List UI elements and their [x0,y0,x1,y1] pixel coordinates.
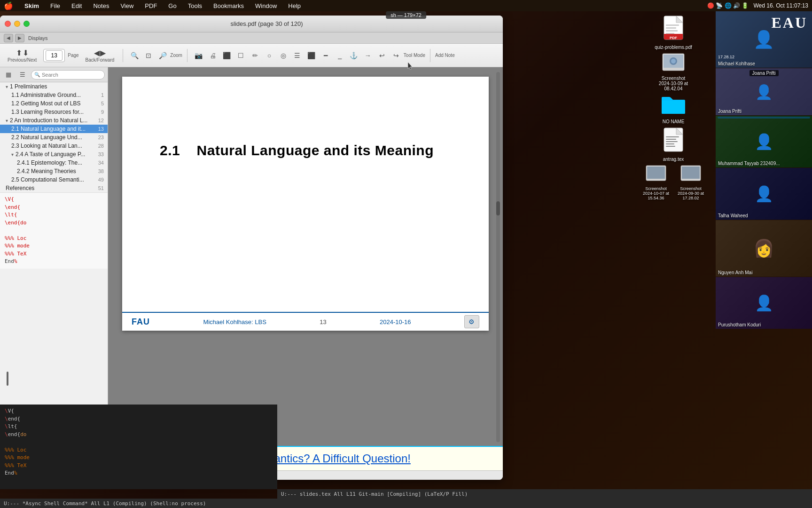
menu-help[interactable]: Help [286,2,303,9]
pen-button[interactable]: ✏ [249,49,262,62]
toc-item-13[interactable]: 1.3 Learning Resources for... 9 [0,108,108,116]
search-input[interactable] [31,70,105,79]
emacs-editor[interactable]: \V{ \end{ \lt{ \end{do %%% Loc %%% mode … [0,405,277,489]
underline-button[interactable]: ⎯ [333,49,346,62]
emacs-line-4: \end{do [5,431,273,439]
svg-rect-20 [666,146,675,147]
zoom-in-button[interactable]: 🔎 [156,49,169,62]
menu-window[interactable]: Window [253,2,279,9]
footer-page: 13 [320,318,326,325]
toolbar-sep3 [430,49,430,62]
emacs-line-5 [5,438,273,446]
undo-button[interactable]: ↩ [375,49,389,62]
magnify-button[interactable]: ◎ [277,49,290,62]
code-line-2: \end{ [5,204,103,212]
menu-go[interactable]: Go [166,2,178,9]
menu-file[interactable]: File [48,2,62,9]
prev-next-button[interactable]: ⬆ ⬇ Previous/Next [4,47,40,64]
desktop-icon-antrag[interactable]: antrag.tex [655,127,692,162]
minimize-button[interactable] [14,21,20,27]
link-button[interactable]: ⬛ [305,49,318,62]
menu-view[interactable]: View [118,2,135,9]
toc-page-21: 13 [98,126,104,132]
svg-rect-22 [647,167,665,179]
toc-item-ref[interactable]: References 51 [0,184,108,192]
page-input[interactable] [46,50,62,61]
toc-page-12: 5 [101,101,104,106]
desktop-icon-noname[interactable]: NO NAME [655,94,692,124]
snapshot-button[interactable]: 📷 [192,49,205,62]
zoom-out-button[interactable]: 🔍 [128,49,141,62]
quiz-pdf-label: quiz-problems.pdf [655,45,692,50]
app-name[interactable]: Skim [23,2,41,9]
page-label: Page [68,53,78,58]
menu-notes[interactable]: Notes [91,2,111,9]
toolbar-sep2 [187,49,187,62]
back-forward-button[interactable]: ◀ ▶ Back/Forward [82,47,118,64]
menubar-right: 🔴 📡 🌐 🔊 🔋 Wed 16. Oct 11:07:13 [707,2,808,9]
menu-edit[interactable]: Edit [70,2,84,9]
svg-rect-17 [666,139,676,140]
toc-item-23[interactable]: 2.3 Looking at Natural Lan... 28 [0,142,108,150]
quiz-pdf-icon: PDF [663,15,684,44]
emacs-line-9: End% [5,469,273,477]
toc-page-241: 34 [98,160,104,166]
zoom-fit-button[interactable]: ⊡ [142,49,155,62]
svg-rect-18 [666,141,678,142]
svg-rect-26 [682,179,700,181]
toc-item-11[interactable]: 1.1 Administrative Ground... 1 [0,91,108,99]
desktop-icon-screenshot3[interactable]: Screenshot2024-09-30 at 17.28.02 [674,165,707,200]
video-label-joana: Joana Prifti [718,109,742,114]
code-area: \V{ \end{ \lt{ \end{do %%% Loc %%% mode … [0,192,108,269]
sidebar-toolbar: ▦ ☰ 🔍 [0,67,108,82]
tool-mode-group: 📷 🖨 ⬛ ☐ ✏ ○ ◎ ☰ ⬛ ━ ⎯ ⚓ → ↩ ↪ Tool Mode [192,49,425,62]
toolbar-sep1 [123,49,123,62]
toc-item-12[interactable]: 1.2 Getting Most out of LBS 5 [0,99,108,108]
tab-forward[interactable]: ▶ [15,34,24,42]
pdf-scrollbar-thumb[interactable] [496,201,500,215]
toc-item-22[interactable]: 2.2 Natural Language Und... 23 [0,133,108,142]
toc-item-2[interactable]: ▾ 2 An Introduction to Natural L... 12 [0,116,108,125]
menu-tools[interactable]: Tools [186,2,204,9]
screenshot3-icon [680,165,701,185]
redo-button[interactable]: ↪ [390,49,403,62]
video-purushotham: 👤 Purushotham Koduri [716,277,812,329]
tab-back[interactable]: ◀ [4,34,13,42]
svg-rect-10 [664,68,683,71]
code-line-8: %%% TeX [5,250,103,258]
toc-item-21[interactable]: 2.1 Natural Language and it... 13 [0,125,108,133]
crop-button[interactable]: ⬛ [220,49,234,62]
toc-item-241[interactable]: 2.4.1 Epistemology: The... 34 [0,159,108,167]
toc-item-25[interactable]: 2.5 Computational Semanti... 49 [0,175,108,184]
apple-menu[interactable]: 🍎 [4,1,13,10]
emacs-line-7: %%% mode [5,454,273,462]
desktop-icon-quiz[interactable]: PDF quiz-problems.pdf [655,15,692,50]
toc-item-242[interactable]: 2.4.2 Meaning Theories 38 [0,167,108,175]
menu-pdf[interactable]: PDF [143,2,159,9]
maximize-button[interactable] [23,21,30,27]
close-button[interactable] [5,21,11,27]
menu-bookmarks[interactable]: Bookmarks [211,2,246,9]
desktop-icon-screenshot2[interactable]: Screenshot2024-10-07 at 15.54.36 [640,165,672,200]
anchor-button[interactable]: ⚓ [347,49,360,62]
svg-point-12 [671,59,676,64]
emacs-line-6: %%% Loc [5,446,273,454]
sidebar-thumbnail-btn[interactable]: ▦ [3,69,14,80]
footer-settings-button[interactable]: ⚙ [464,315,479,328]
sidebar-list-btn[interactable]: ☰ [17,69,28,80]
window-titlebar: slides.pdf (page 30 of 120) [0,16,503,32]
desktop-icon-screenshot1[interactable]: Screenshot2024-10-09 at 08.42.04 [655,53,692,91]
toc-label-242: 2.4.2 Meaning Theories [17,168,96,175]
toc-item-24[interactable]: ▾ 2.4 A Taste of Language P... 33 [0,150,108,159]
circle-button[interactable]: ○ [263,49,276,62]
toc-item-1[interactable]: ▾ 1 Preliminaries [0,82,108,91]
code-line-6: %%% Loc [5,235,103,243]
print-button[interactable]: 🖨 [206,49,219,62]
window-title: slides.pdf (page 30 of 120) [35,20,498,27]
select-button[interactable]: ☐ [234,49,248,62]
search-container: 🔍 [31,70,105,79]
text-select-button[interactable]: ☰ [291,49,304,62]
arrow-button[interactable]: → [361,49,375,62]
emacs-status-left: U:--- *Async Shell Command* All L1 (Comp… [4,500,206,507]
highlight-button[interactable]: ━ [319,49,332,62]
